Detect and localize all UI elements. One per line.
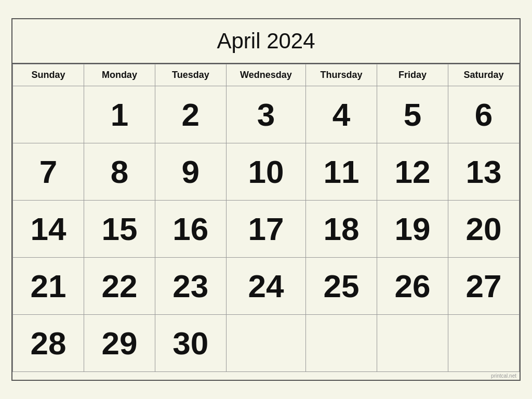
calendar-week-2: 78910111213 (13, 143, 520, 201)
calendar-day-29: 29 (84, 315, 155, 372)
calendar-day-3: 3 (226, 86, 305, 143)
calendar-week-5: 282930 (13, 315, 520, 372)
calendar-day-20: 20 (448, 201, 519, 258)
calendar-title: April 2024 (12, 19, 520, 64)
calendar-day-empty (377, 315, 448, 372)
calendar-day-8: 8 (84, 143, 155, 201)
calendar-day-10: 10 (226, 143, 305, 201)
calendar-day-2: 2 (155, 86, 226, 143)
calendar-day-9: 9 (155, 143, 226, 201)
calendar-day-22: 22 (84, 258, 155, 315)
calendar-day-empty (13, 86, 84, 143)
calendar-day-28: 28 (13, 315, 84, 372)
day-header-monday: Monday (84, 64, 155, 86)
calendar-day-17: 17 (226, 201, 305, 258)
calendar-day-13: 13 (448, 143, 519, 201)
day-header-friday: Friday (377, 64, 448, 86)
calendar-day-12: 12 (377, 143, 448, 201)
day-header-sunday: Sunday (13, 64, 84, 86)
calendar-day-24: 24 (226, 258, 305, 315)
calendar-container: April 2024 SundayMondayTuesdayWednesdayT… (11, 18, 521, 381)
calendar-week-4: 21222324252627 (13, 258, 520, 315)
calendar-day-18: 18 (306, 201, 377, 258)
calendar-day-7: 7 (13, 143, 84, 201)
calendar-day-25: 25 (306, 258, 377, 315)
calendar-day-14: 14 (13, 201, 84, 258)
day-header-wednesday: Wednesday (226, 64, 305, 86)
day-header-tuesday: Tuesday (155, 64, 226, 86)
calendar-day-empty (448, 315, 519, 372)
calendar-day-30: 30 (155, 315, 226, 372)
calendar-day-26: 26 (377, 258, 448, 315)
calendar-day-5: 5 (377, 86, 448, 143)
calendar-day-21: 21 (13, 258, 84, 315)
watermark: printcal.net (12, 372, 520, 380)
day-header-saturday: Saturday (448, 64, 519, 86)
calendar-day-empty (306, 315, 377, 372)
calendar-day-23: 23 (155, 258, 226, 315)
calendar-week-3: 14151617181920 (13, 201, 520, 258)
calendar-day-16: 16 (155, 201, 226, 258)
day-header-thursday: Thursday (306, 64, 377, 86)
calendar-week-1: 123456 (13, 86, 520, 143)
calendar-day-empty (226, 315, 305, 372)
calendar-day-27: 27 (448, 258, 519, 315)
calendar-day-6: 6 (448, 86, 519, 143)
calendar-day-11: 11 (306, 143, 377, 201)
calendar-day-1: 1 (84, 86, 155, 143)
calendar-table: SundayMondayTuesdayWednesdayThursdayFrid… (12, 64, 520, 372)
days-header-row: SundayMondayTuesdayWednesdayThursdayFrid… (13, 64, 520, 86)
calendar-day-19: 19 (377, 201, 448, 258)
calendar-day-4: 4 (306, 86, 377, 143)
calendar-day-15: 15 (84, 201, 155, 258)
